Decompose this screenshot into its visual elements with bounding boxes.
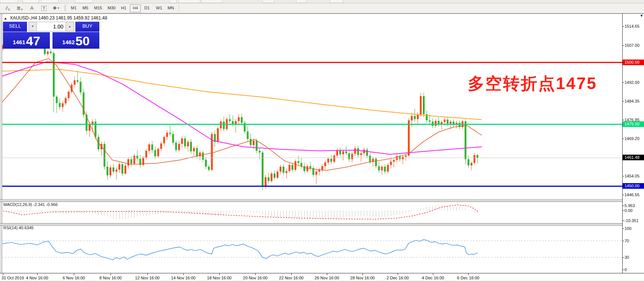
time-tick-label: 31 Oct 2019	[1, 276, 24, 280]
price-tick-label: 1514.65	[625, 24, 640, 29]
price-tick-label: 1484.35	[625, 98, 640, 104]
buy-price-button[interactable]: 1462 50	[52, 32, 99, 49]
axis-tick	[622, 210, 624, 211]
time-tick	[147, 273, 148, 275]
macd-axis-label: -10.351	[625, 218, 638, 223]
chart-shift-marker-icon[interactable]: ▼	[640, 14, 643, 18]
time-tick-label: 6 Dec 16:00	[457, 276, 479, 280]
rsi-indicator-label: RSI(14) 40.6345	[3, 225, 34, 230]
time-tick	[111, 273, 111, 275]
time-tick	[74, 273, 74, 275]
axis-tick	[622, 241, 624, 241]
time-tick	[468, 273, 469, 275]
time-tick-label: 28 Nov 16:00	[350, 276, 374, 280]
axis-tick	[622, 26, 624, 27]
time-tick-label: 20 Nov 16:00	[243, 276, 267, 280]
axis-tick	[622, 82, 624, 83]
time-axis[interactable]: 31 Oct 20194 Nov 16:006 Nov 16:008 Nov 1…	[0, 273, 644, 281]
axis-tick	[622, 270, 624, 270]
time-tick-label: 2 Dec 16:00	[386, 276, 409, 280]
buy-button[interactable]: BUY	[75, 22, 99, 32]
axis-tick	[622, 206, 624, 206]
rsi-axis-label: 100	[625, 226, 631, 231]
lot-increase-button[interactable]: ▲	[66, 22, 74, 31]
time-tick	[183, 273, 184, 275]
price-tick-label: 1454.05	[625, 173, 640, 179]
buy-price-stem: 1462	[62, 37, 75, 48]
sell-price-pips: 47	[26, 34, 40, 48]
ohlc-values: 1460.23 1461.95 1459.92 1461.48	[38, 15, 107, 21]
time-tick-label: 6 Nov 16:00	[63, 276, 85, 280]
macd-axis-label: 5.963	[625, 203, 635, 208]
one-click-trading-panel: SELL ▼ ▲ BUY 1461 47 1462 50	[3, 22, 99, 49]
axis-tick	[622, 221, 624, 221]
chart-annotation-text[interactable]: 多空转折点1475	[468, 73, 597, 95]
price-level-badge: 1461.48	[623, 155, 644, 160]
price-tick-label: 1507.00	[625, 43, 640, 48]
rsi-axis-label: 0	[625, 267, 627, 272]
price-tick-label: 1446.55	[625, 192, 640, 197]
axis-tick	[622, 101, 624, 101]
axis-tick	[622, 45, 624, 46]
time-tick-label: 14 Nov 16:00	[171, 276, 195, 280]
sell-price-stem: 1461	[13, 37, 25, 48]
chart-header: ▲ XAUUSD-,H4 1460.23 1461.95 1459.92 146…	[4, 15, 107, 21]
axis-tick	[622, 195, 624, 195]
price-tick-label: 1492.00	[625, 80, 640, 85]
time-tick	[362, 273, 363, 275]
time-tick-label: 18 Nov 16:00	[207, 276, 231, 280]
axis-tick	[622, 257, 624, 258]
time-tick-label: 4 Nov 16:00	[26, 276, 48, 280]
time-tick-label: 26 Nov 16:00	[315, 276, 339, 280]
time-tick-label: 4 Dec 16:00	[422, 276, 444, 280]
sell-price-button[interactable]: 1461 47	[3, 32, 50, 49]
panel-splitter-rsi[interactable]	[0, 223, 622, 225]
time-tick	[291, 273, 292, 275]
time-tick	[219, 273, 220, 275]
axis-tick	[622, 139, 624, 139]
time-tick	[3, 273, 3, 275]
price-level-badge: 1450.00	[623, 183, 644, 189]
mt4-window: ⫽E≣FAT❖▾M1M5M15M30H1H4D1W1MN ▲ XAUUSD-,H…	[0, 0, 644, 282]
macd-axis-label: 0.00	[625, 208, 632, 213]
rsi-axis-label: 70	[625, 238, 629, 243]
time-tick	[398, 273, 398, 275]
buy-price-pips: 50	[75, 34, 90, 48]
axis-tick	[622, 228, 624, 229]
time-tick	[255, 273, 256, 275]
macd-indicator-label: MACD(12,26,9) -2.341 -0.966	[3, 202, 58, 207]
time-tick-label: 12 Nov 16:00	[135, 276, 159, 280]
symbol-timeframe-label: XAUUSD-,H4	[10, 15, 37, 21]
lot-decrease-button[interactable]: ▼	[28, 22, 37, 31]
time-tick	[37, 273, 37, 275]
axis-tick	[622, 120, 624, 120]
time-tick	[327, 273, 327, 275]
time-tick	[433, 273, 433, 275]
time-tick-label: 8 Nov 16:00	[99, 276, 121, 280]
sell-button[interactable]: SELL	[3, 22, 27, 32]
collapse-arrow-icon[interactable]: ▲	[4, 16, 7, 20]
lot-size-input[interactable]	[37, 22, 66, 31]
price-level-badge: 1500.00	[623, 60, 644, 65]
time-tick-label: 22 Nov 16:00	[279, 276, 303, 280]
rsi-axis-label: 30	[625, 255, 629, 260]
axis-tick	[622, 176, 624, 176]
price-tick-label: 1469.20	[625, 136, 640, 141]
price-level-badge: 1475.00	[623, 121, 644, 127]
panel-splitter-macd[interactable]	[0, 200, 622, 202]
